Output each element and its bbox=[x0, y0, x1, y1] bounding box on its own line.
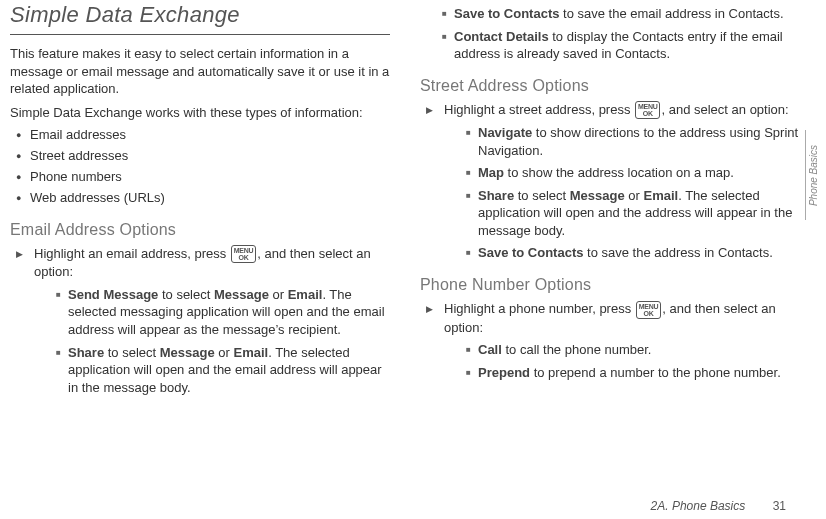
menu-ok-icon: MENUOK bbox=[231, 245, 256, 263]
option-lead: Send Message bbox=[68, 287, 158, 302]
list-item: Street addresses bbox=[16, 148, 390, 165]
step-item: Highlight a street address, press MENUOK… bbox=[426, 101, 800, 262]
option-lead: Contact Details bbox=[454, 29, 549, 44]
option-item: Contact Details to display the Contacts … bbox=[442, 28, 800, 63]
option-item: Save to Contacts to save the address in … bbox=[466, 244, 800, 262]
option-item: Map to show the address location on a ma… bbox=[466, 164, 800, 182]
step-text-pre: Highlight an email address, press bbox=[34, 246, 230, 261]
option-item: Share to select Message or Email. The se… bbox=[56, 344, 390, 397]
street-options-heading: Street Address Options bbox=[420, 77, 800, 95]
intro-paragraph-1: This feature makes it easy to select cer… bbox=[10, 45, 390, 98]
option-item: Call to call the phone number. bbox=[466, 341, 800, 359]
list-item: Web addresses (URLs) bbox=[16, 190, 390, 207]
option-item: Navigate to show directions to the addre… bbox=[466, 124, 800, 159]
list-item: Email addresses bbox=[16, 127, 390, 144]
page-footer: 2A. Phone Basics 31 bbox=[651, 499, 786, 513]
email-options-heading: Email Address Options bbox=[10, 221, 390, 239]
side-tab-label: Phone Basics bbox=[809, 144, 820, 205]
option-item: Prepend to prepend a number to the phone… bbox=[466, 364, 800, 382]
intro-paragraph-2: Simple Data Exchange works with these ty… bbox=[10, 104, 390, 122]
menu-ok-icon: MENUOK bbox=[636, 301, 661, 319]
menu-ok-icon: MENUOK bbox=[635, 101, 660, 119]
phone-options-heading: Phone Number Options bbox=[420, 276, 800, 294]
list-item: Phone numbers bbox=[16, 169, 390, 186]
option-item: Share to select Message or Email. The se… bbox=[466, 187, 800, 240]
footer-page-number: 31 bbox=[773, 499, 786, 513]
page-title: Simple Data Exchange bbox=[10, 2, 390, 28]
option-lead: Share bbox=[68, 345, 104, 360]
option-item: Save to Contacts to save the email addre… bbox=[442, 5, 800, 23]
footer-section: 2A. Phone Basics bbox=[651, 499, 746, 513]
step-item: Highlight an email address, press MENUOK… bbox=[16, 245, 390, 396]
side-tab: Phone Basics bbox=[805, 130, 822, 220]
option-item: Send Message to select Message or Email.… bbox=[56, 286, 390, 339]
step-text-pre: Highlight a phone number, press bbox=[444, 301, 635, 316]
step-text-pre: Highlight a street address, press bbox=[444, 102, 634, 117]
option-lead: Save to Contacts bbox=[454, 6, 559, 21]
info-types-list: Email addresses Street addresses Phone n… bbox=[10, 127, 390, 207]
step-item: Highlight a phone number, press MENUOK, … bbox=[426, 300, 800, 381]
step-text-post: , and select an option: bbox=[661, 102, 788, 117]
title-rule bbox=[10, 34, 390, 35]
